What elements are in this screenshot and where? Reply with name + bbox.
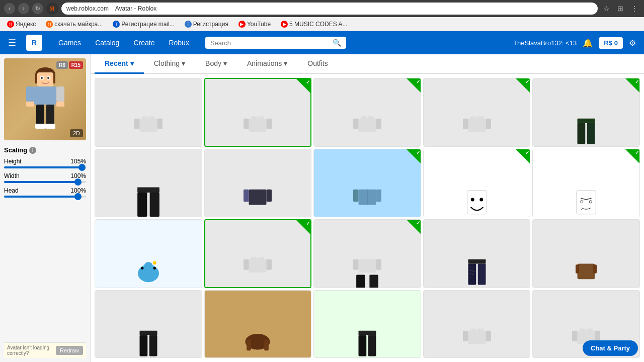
r6-badge[interactable]: R6 bbox=[56, 61, 68, 69]
item-thumbnail bbox=[205, 149, 311, 217]
item-card[interactable]: item17 bbox=[204, 290, 312, 358]
bookmark-star[interactable]: ☆ bbox=[601, 3, 612, 14]
item-card[interactable]: ✓Man Left Leg bbox=[423, 78, 531, 147]
info-icon[interactable]: i bbox=[29, 147, 36, 154]
svg-rect-29 bbox=[376, 119, 381, 129]
item-card[interactable]: The Bird Says____ bbox=[95, 219, 202, 288]
nav-catalog[interactable]: Catalog bbox=[89, 36, 125, 50]
svg-rect-78 bbox=[578, 264, 595, 280]
bookmark-minecraft[interactable]: Я скачать майкра... bbox=[43, 20, 106, 29]
check-icon: ✓ bbox=[416, 79, 420, 84]
item-card[interactable]: Ripped Skater P... bbox=[423, 219, 531, 288]
svg-rect-19 bbox=[157, 119, 163, 129]
check-icon: ✓ bbox=[635, 150, 639, 155]
svg-rect-80 bbox=[593, 265, 597, 274]
svg-rect-13 bbox=[36, 105, 44, 125]
svg-rect-98 bbox=[580, 328, 586, 332]
height-thumb[interactable] bbox=[78, 164, 86, 171]
height-slider-row: Height 105% bbox=[4, 158, 86, 168]
robux-button[interactable]: R$ 0 bbox=[599, 37, 623, 49]
tab-clothing[interactable]: Clothing ▾ bbox=[144, 54, 195, 74]
item-thumbnail: ✓ bbox=[314, 78, 421, 147]
head-fill bbox=[4, 196, 78, 198]
item-card[interactable]: ✓Man Torso bbox=[313, 219, 421, 288]
item-thumbnail bbox=[205, 291, 311, 358]
svg-point-6 bbox=[41, 77, 43, 79]
bookmark-reg[interactable]: T Регистрация bbox=[182, 20, 231, 29]
item-thumbnail: ✓ bbox=[533, 149, 639, 217]
item-card[interactable]: item19 bbox=[423, 290, 531, 358]
item-card[interactable]: Man Right Arm bbox=[95, 78, 202, 147]
refresh-button[interactable]: ↻ bbox=[32, 3, 43, 14]
svg-rect-21 bbox=[149, 116, 155, 120]
bookmark-yandex[interactable]: Я Яндекс bbox=[4, 20, 39, 29]
check-icon: ✓ bbox=[416, 150, 420, 155]
item-card[interactable]: item18 bbox=[313, 290, 421, 358]
svg-point-52 bbox=[479, 198, 483, 201]
item-card[interactable]: ✓Man Face bbox=[532, 149, 640, 217]
roblox-logo[interactable]: R bbox=[26, 35, 42, 51]
tab-body[interactable]: Body ▾ bbox=[195, 54, 237, 74]
svg-rect-41 bbox=[137, 193, 147, 217]
bookmark-mail-reg[interactable]: T Регистрация mail... bbox=[110, 20, 178, 29]
robux-count: 0 bbox=[614, 39, 618, 47]
scaling-section: Scaling i Height 105% Width 100% bbox=[4, 144, 86, 204]
extensions-button[interactable]: ⊞ bbox=[615, 3, 626, 14]
item-card[interactable]: ✓ROBLOX Boy Ri... bbox=[204, 78, 312, 147]
2d-toggle[interactable]: 2D bbox=[70, 129, 83, 137]
item-thumbnail bbox=[95, 220, 202, 288]
width-slider[interactable] bbox=[4, 181, 86, 183]
tab-animations[interactable]: Animations ▾ bbox=[237, 54, 297, 74]
width-fill bbox=[4, 181, 78, 183]
chat-party-button[interactable]: Chat & Party bbox=[583, 340, 638, 356]
svg-rect-97 bbox=[595, 330, 601, 341]
svg-rect-90 bbox=[468, 330, 486, 343]
item-card[interactable]: Brown Charmer... bbox=[532, 219, 640, 288]
svg-rect-94 bbox=[477, 328, 483, 332]
search-input[interactable] bbox=[210, 39, 330, 47]
item-card[interactable]: ✓ROBLOX Boy Le... bbox=[313, 78, 421, 147]
r15-badge[interactable]: R15 bbox=[69, 61, 83, 69]
forward-button[interactable]: › bbox=[18, 3, 29, 14]
nav-create[interactable]: Create bbox=[127, 36, 160, 50]
menu-button[interactable]: ⋮ bbox=[629, 3, 640, 14]
svg-rect-40 bbox=[137, 187, 159, 193]
svg-rect-26 bbox=[258, 116, 264, 120]
settings-icon[interactable]: ⚙ bbox=[629, 38, 636, 48]
nav-robux[interactable]: Robux bbox=[163, 36, 195, 50]
notifications-icon[interactable]: 🔔 bbox=[583, 38, 593, 48]
item-thumbnail bbox=[95, 78, 202, 147]
item-card[interactable]: item16 bbox=[95, 290, 202, 358]
svg-rect-24 bbox=[267, 119, 272, 129]
bookmark-youtube[interactable]: ▶ YouTube bbox=[235, 20, 274, 29]
width-thumb[interactable] bbox=[74, 178, 82, 186]
item-thumbnail: ✓ bbox=[533, 78, 639, 147]
svg-rect-42 bbox=[149, 193, 159, 217]
svg-rect-44 bbox=[244, 190, 249, 202]
bookmarks-bar: Я Яндекс Я скачать майкра... T Регистрац… bbox=[0, 17, 644, 31]
avatar-panel: R6 R15 bbox=[0, 54, 91, 362]
redraw-button[interactable]: Redraw bbox=[56, 346, 83, 355]
nav-games[interactable]: Games bbox=[52, 36, 87, 50]
head-thumb[interactable] bbox=[74, 193, 82, 200]
item-thumbnail: ✓ bbox=[424, 78, 530, 147]
item-card[interactable]: ✓Denim Jacket w... bbox=[313, 149, 421, 217]
item-card[interactable]: ✓ROBLOX Boy To... bbox=[204, 219, 312, 288]
item-card[interactable]: Blue and Black ... bbox=[204, 149, 312, 217]
item-card[interactable]: Black Jeans bbox=[95, 149, 202, 217]
url-bar[interactable]: web.roblox.com Avatar - Roblox bbox=[61, 3, 598, 15]
bookmark-music[interactable]: ▶ 5 MUSIC CODES A... bbox=[278, 20, 350, 29]
item-card[interactable]: ✓Dark Green Jeans bbox=[532, 78, 640, 147]
search-icon[interactable]: 🔍 bbox=[333, 39, 341, 47]
item-card[interactable]: ✓Smile bbox=[423, 149, 531, 217]
check-icon: ✓ bbox=[306, 221, 310, 226]
head-slider[interactable] bbox=[4, 196, 86, 198]
back-button[interactable]: ‹ bbox=[4, 3, 15, 14]
hamburger-icon[interactable]: ☰ bbox=[8, 37, 16, 48]
height-slider[interactable] bbox=[4, 166, 86, 168]
tab-body-arrow: ▾ bbox=[223, 59, 227, 67]
svg-rect-37 bbox=[578, 119, 595, 123]
tab-outfits[interactable]: Outfits bbox=[297, 54, 338, 74]
svg-rect-23 bbox=[244, 119, 249, 129]
tab-recent[interactable]: Recent ▾ bbox=[95, 54, 144, 74]
